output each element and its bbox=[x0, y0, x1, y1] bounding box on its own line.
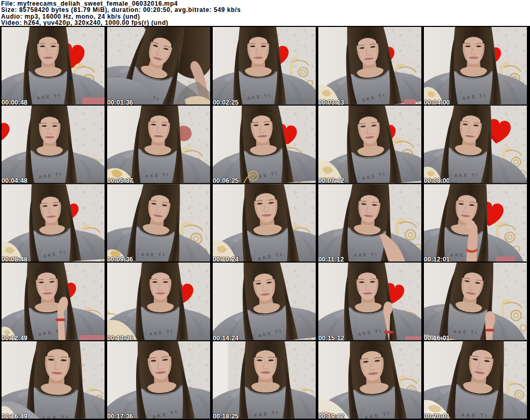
svg-text:AKE TI: AKE TI bbox=[461, 412, 488, 418]
svg-text:AKE TI: AKE TI bbox=[354, 252, 378, 258]
svg-text:AKE TI: AKE TI bbox=[454, 172, 479, 178]
svg-text:AKE TI: AKE TI bbox=[141, 252, 166, 257]
svg-text:AKE TI: AKE TI bbox=[453, 329, 478, 335]
